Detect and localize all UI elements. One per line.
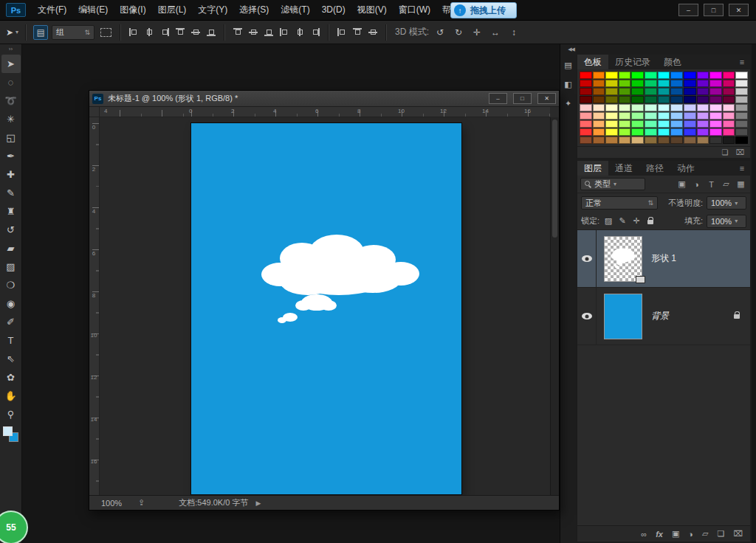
delete-swatch-icon[interactable]: ⌧ [735, 148, 744, 156]
color-swatch[interactable] [735, 88, 748, 95]
distribute-left-edges-button[interactable] [278, 27, 290, 38]
color-swatch[interactable] [580, 136, 592, 144]
color-swatch[interactable] [580, 120, 592, 128]
color-swatch[interactable] [605, 104, 618, 111]
color-swatch[interactable] [697, 80, 709, 87]
tab-layers[interactable]: 图层 [577, 161, 608, 176]
group-select[interactable]: 组 ⇅ [52, 25, 94, 40]
color-swatch[interactable] [658, 88, 670, 95]
horizontal-ruler[interactable]: 4 0 2 4 6 8 10 12 14 16 [100, 107, 550, 117]
color-swatch[interactable] [670, 128, 683, 136]
layer-effects-icon[interactable]: fx [656, 530, 663, 539]
vertical-scrollbar[interactable] [550, 117, 559, 495]
color-swatch[interactable] [723, 96, 735, 103]
new-layer-icon[interactable]: ❏ [717, 529, 724, 539]
color-swatch[interactable] [684, 136, 696, 144]
color-swatch[interactable] [709, 80, 722, 87]
color-swatch[interactable] [670, 96, 683, 103]
color-swatch[interactable] [619, 112, 631, 120]
color-swatch[interactable] [709, 128, 722, 136]
color-swatch[interactable] [658, 80, 670, 87]
tool-preset-button[interactable]: ➤ ▾ [6, 27, 18, 38]
color-swatch[interactable] [723, 88, 735, 95]
color-swatch[interactable] [670, 72, 683, 79]
color-swatch[interactable] [631, 128, 644, 136]
visibility-toggle[interactable] [577, 288, 597, 345]
color-swatch[interactable] [723, 104, 735, 111]
color-swatch[interactable] [735, 112, 748, 120]
color-swatch[interactable] [619, 72, 631, 79]
color-swatch[interactable] [631, 104, 644, 111]
lock-transparency-icon[interactable]: ▨ [603, 216, 614, 226]
color-swatch[interactable] [658, 112, 670, 120]
color-swatch[interactable] [645, 72, 657, 79]
link-layers-icon[interactable]: ∞ [641, 530, 647, 539]
visibility-toggle[interactable] [577, 230, 597, 287]
collapsed-panel-icon-1[interactable]: ▤ [562, 58, 575, 72]
color-swatch[interactable] [605, 80, 618, 87]
color-swatch[interactable] [684, 72, 696, 79]
color-swatch[interactable] [619, 120, 631, 128]
color-swatch[interactable] [619, 136, 631, 144]
color-swatch[interactable] [684, 96, 696, 103]
fill-input[interactable]: 100% ▾ [707, 215, 746, 228]
new-swatch-icon[interactable]: ❏ [722, 148, 729, 156]
zoom-level[interactable]: 100% [101, 499, 135, 508]
move-tool[interactable]: ➤ [1, 55, 21, 73]
lock-position-icon[interactable]: ✛ [631, 216, 642, 226]
color-swatch[interactable] [605, 128, 618, 136]
color-swatch[interactable] [684, 88, 696, 95]
color-swatch[interactable] [580, 104, 592, 111]
color-swatch[interactable] [697, 96, 709, 103]
maximize-button[interactable]: □ [704, 4, 724, 16]
foreground-color-swatch[interactable] [3, 426, 13, 436]
tab-channels[interactable]: 通道 [608, 161, 639, 176]
menu-item-select[interactable]: 选择(S) [233, 0, 275, 20]
color-swatch[interactable] [593, 136, 605, 144]
color-swatch[interactable] [593, 88, 605, 95]
layer-row-shape[interactable]: 形状 1 [577, 230, 750, 288]
menu-item-filter[interactable]: 滤镜(T) [275, 0, 315, 20]
menu-item-3d[interactable]: 3D(D) [316, 0, 351, 20]
color-swatch[interactable] [593, 112, 605, 120]
tab-paths[interactable]: 路径 [639, 161, 670, 176]
color-swatch[interactable] [658, 120, 670, 128]
zoom-tool[interactable]: ⚲ [1, 405, 21, 423]
color-swatch[interactable] [645, 128, 657, 136]
threed-scale-icon[interactable]: ↕ [506, 25, 521, 40]
color-swatch[interactable] [723, 136, 735, 144]
color-swatch[interactable] [631, 88, 644, 95]
lock-all-icon[interactable] [645, 217, 656, 226]
collapsed-panel-icon-3[interactable]: ✦ [562, 97, 575, 110]
layer-filter-select[interactable]: 类型 ▾ [580, 178, 645, 190]
color-swatch[interactable] [684, 112, 696, 120]
color-swatch[interactable] [684, 104, 696, 111]
color-swatch[interactable] [723, 72, 735, 79]
color-swatch[interactable] [619, 80, 631, 87]
color-swatch[interactable] [580, 96, 592, 103]
color-swatch[interactable] [658, 104, 670, 111]
color-swatch[interactable] [697, 88, 709, 95]
align-vertical-centers-button[interactable] [190, 27, 202, 38]
color-swatch[interactable] [658, 136, 670, 144]
share-icon[interactable]: ⇪ [138, 498, 145, 508]
color-swatch[interactable] [645, 88, 657, 95]
menu-item-window[interactable]: 窗口(W) [393, 0, 436, 20]
distribute-top-edges-button[interactable] [232, 27, 244, 38]
menu-item-file[interactable]: 文件(F) [32, 0, 72, 20]
doc-maximize-button[interactable]: □ [513, 93, 532, 104]
color-swatch[interactable] [631, 136, 644, 144]
shape-tool[interactable]: ✿ [1, 368, 21, 387]
color-swatch[interactable] [658, 96, 670, 103]
healing-brush-tool[interactable]: ✚ [1, 165, 21, 184]
color-swatch[interactable] [631, 80, 644, 87]
align-bottom-edges-button[interactable] [205, 27, 217, 38]
color-swatch[interactable] [605, 136, 618, 144]
color-swatch[interactable] [645, 136, 657, 144]
minimize-button[interactable]: – [678, 4, 698, 16]
vertical-ruler[interactable]: 0 2 4 6 8 10 12 14 16 [89, 117, 100, 495]
color-swatch[interactable] [735, 136, 748, 144]
tab-actions[interactable]: 动作 [670, 161, 701, 176]
toolbar-collapse-button[interactable]: ›› [9, 46, 13, 55]
distribute-vertical-centers-button[interactable] [247, 27, 259, 38]
